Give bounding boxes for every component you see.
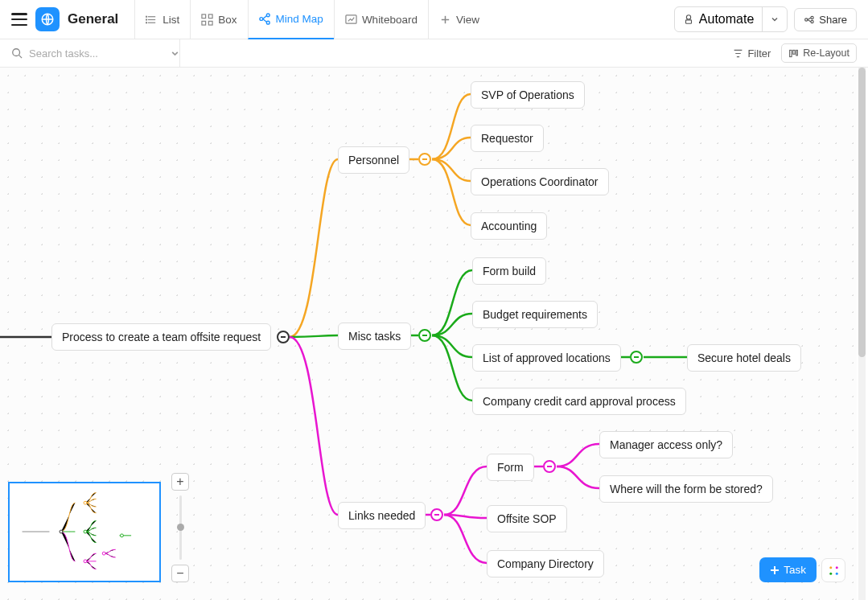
svg-point-5 [146, 18, 147, 19]
node-hotel[interactable]: Secure hotel deals [687, 344, 801, 372]
automate-label: Automate [699, 12, 754, 27]
node-links[interactable]: Links needed [338, 502, 426, 529]
node-manager-access[interactable]: Manager access only? [599, 431, 733, 458]
node-accounting[interactable]: Accounting [471, 212, 547, 240]
node-root[interactable]: Process to create a team offsite request [51, 323, 271, 351]
menu-icon[interactable] [11, 13, 27, 26]
node-form-build[interactable]: Form build [472, 257, 546, 285]
svg-point-6 [146, 22, 147, 23]
junction-personnel[interactable] [418, 153, 431, 166]
node-misc[interactable]: Misc tasks [338, 323, 411, 350]
minimap[interactable] [8, 482, 161, 582]
svg-rect-8 [209, 14, 213, 18]
node-sop[interactable]: Offsite SOP [487, 505, 567, 532]
filter-icon [733, 48, 743, 59]
svg-point-24 [60, 530, 63, 533]
search-box[interactable] [11, 39, 180, 67]
node-personnel[interactable]: Personnel [338, 146, 409, 174]
zoom-thumb[interactable] [177, 524, 184, 531]
mindmap-canvas[interactable]: Process to create a team offsite request… [0, 68, 857, 600]
filter-label: Filter [747, 47, 771, 60]
svg-rect-23 [796, 50, 798, 55]
node-ops-coord[interactable]: Operations Coordinator [471, 168, 609, 195]
tab-add-label: View [456, 14, 479, 26]
chevron-down-icon[interactable] [171, 49, 179, 58]
svg-rect-10 [209, 21, 213, 25]
share-button[interactable]: Share [794, 8, 857, 31]
automate-button[interactable]: Automate [674, 6, 788, 32]
svg-point-26 [84, 530, 87, 533]
zoom-controls: + − [171, 473, 190, 582]
node-svp[interactable]: SVP of Operations [471, 81, 585, 109]
scrollbar[interactable] [858, 68, 866, 600]
svg-line-20 [19, 55, 23, 59]
tab-box[interactable]: Box [190, 0, 247, 39]
svg-point-28 [84, 560, 87, 563]
relayout-button[interactable]: Re-Layout [781, 43, 857, 63]
node-directory[interactable]: Company Directory [487, 550, 604, 577]
svg-point-34 [829, 572, 832, 574]
node-locations[interactable]: List of approved locations [472, 344, 621, 372]
apps-button[interactable] [821, 558, 845, 582]
page-title: General [68, 11, 118, 27]
top-bar: General List Box Mind Map Whiteboard Vie… [0, 0, 868, 39]
junction-misc[interactable] [418, 329, 431, 342]
space-icon[interactable] [35, 7, 60, 31]
svg-point-32 [829, 566, 832, 569]
svg-point-27 [121, 534, 124, 537]
svg-rect-9 [202, 21, 206, 25]
svg-point-12 [266, 14, 269, 17]
search-input[interactable] [29, 47, 164, 60]
relayout-label: Re-Layout [803, 47, 849, 59]
svg-rect-18 [685, 20, 691, 23]
tab-add-view[interactable]: View [428, 0, 490, 39]
relayout-icon [788, 48, 799, 59]
node-cc-approval[interactable]: Company credit card approval process [472, 388, 686, 415]
tab-whiteboard-label: Whiteboard [362, 14, 418, 26]
tab-box-label: Box [218, 14, 237, 26]
search-icon [11, 47, 23, 59]
node-form-stored[interactable]: Where will the form be stored? [599, 475, 773, 503]
view-tabs: List Box Mind Map Whiteboard View [134, 0, 490, 39]
zoom-out-button[interactable]: − [171, 565, 189, 582]
share-label: Share [819, 14, 847, 26]
apps-icon [828, 565, 840, 577]
junction-root[interactable] [277, 331, 290, 343]
add-task-button[interactable]: Task [759, 557, 817, 582]
svg-point-17 [686, 15, 690, 19]
svg-rect-21 [790, 50, 792, 56]
svg-point-33 [835, 566, 837, 569]
node-form[interactable]: Form [487, 454, 534, 481]
svg-point-29 [102, 552, 105, 555]
tab-mindmap-label: Mind Map [276, 13, 323, 25]
tab-list-label: List [162, 14, 179, 26]
svg-point-13 [266, 21, 269, 24]
task-label: Task [784, 564, 806, 576]
filter-button[interactable]: Filter [725, 44, 779, 63]
junction-form[interactable] [543, 460, 556, 473]
svg-point-19 [13, 49, 20, 56]
tab-mindmap[interactable]: Mind Map [248, 0, 334, 39]
node-requestor[interactable]: Requestor [471, 125, 544, 152]
plus-icon [770, 565, 780, 575]
junction-links[interactable] [430, 508, 443, 521]
scroll-thumb[interactable] [858, 68, 866, 357]
svg-rect-7 [202, 14, 206, 18]
node-budget[interactable]: Budget requirements [472, 301, 598, 328]
tab-whiteboard[interactable]: Whiteboard [334, 0, 428, 39]
svg-point-4 [146, 16, 147, 17]
tab-list[interactable]: List [134, 0, 190, 39]
svg-point-35 [835, 572, 837, 574]
zoom-in-button[interactable]: + [171, 473, 189, 491]
sub-bar: Filter Re-Layout [0, 39, 868, 68]
svg-point-11 [260, 18, 263, 21]
zoom-slider[interactable] [179, 495, 182, 560]
junction-locations[interactable] [630, 351, 643, 364]
svg-rect-22 [793, 50, 795, 54]
svg-point-25 [84, 501, 87, 504]
automate-chevron[interactable] [763, 7, 787, 31]
